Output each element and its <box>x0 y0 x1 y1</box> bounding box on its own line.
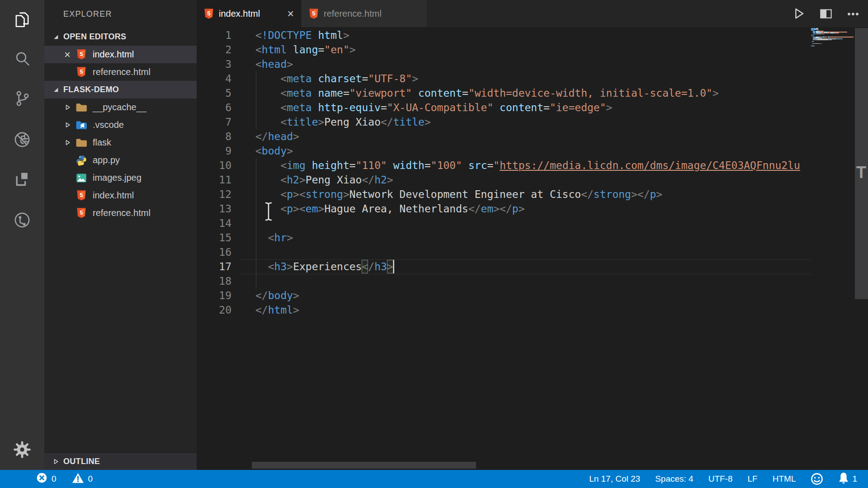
chevron-right-icon[interactable] <box>62 104 72 111</box>
status-language-mode[interactable]: HTML <box>773 474 796 484</box>
code-line-17: <h3>Experiences</h3> <box>255 259 393 274</box>
section-label: OPEN EDITORS <box>63 32 126 42</box>
line-number: 12 <box>197 187 231 202</box>
item-label: flask <box>93 137 111 148</box>
line-number: 7 <box>197 115 231 129</box>
svg-text:5: 5 <box>80 51 83 57</box>
overview-ruler-mark: T <box>856 164 866 181</box>
source-control-icon <box>13 89 32 110</box>
html-file-icon: 5 <box>204 8 214 19</box>
status-indentation[interactable]: Spaces: 4 <box>655 474 693 484</box>
close-icon[interactable]: × <box>62 50 72 59</box>
line-number: 3 <box>197 57 231 71</box>
error-count: 0 <box>52 474 57 484</box>
image-file-icon <box>75 173 88 183</box>
line-number: 5 <box>197 86 231 100</box>
notification-count: 1 <box>852 474 857 484</box>
code-line-15: <hr> <box>255 230 293 245</box>
line-number: 4 <box>197 71 231 86</box>
activity-bar-item-settings[interactable] <box>0 431 44 470</box>
open-editors-section-header[interactable]: OPEN EDITORS <box>44 28 197 46</box>
minimap[interactable] <box>811 28 855 47</box>
status-eol[interactable]: LF <box>748 474 758 484</box>
folder-section-header[interactable]: FLASK-DEMO <box>44 81 197 99</box>
line-number: 19 <box>197 288 231 303</box>
line-number: 20 <box>197 303 231 317</box>
code-line-10: <img height="110" width="100" src="https… <box>255 158 800 173</box>
tree-item-images.jpeg[interactable]: images.jpeg <box>44 169 197 187</box>
editor-group: 5index.html×5reference.html 1<!DOCTYPE h… <box>197 0 868 470</box>
chevron-right-icon[interactable] <box>62 139 72 146</box>
more-actions-icon[interactable] <box>845 6 861 21</box>
line-number: 14 <box>197 216 231 230</box>
activity-bar-item-explorer[interactable] <box>0 0 44 40</box>
split-editor-icon[interactable] <box>818 6 834 21</box>
tree-item-__pycache__[interactable]: __pycache__ <box>44 99 197 116</box>
svg-text:5: 5 <box>80 192 83 198</box>
tab-bar: 5index.html×5reference.html <box>197 0 868 27</box>
status-encoding[interactable]: UTF-8 <box>708 474 733 484</box>
bracket-match-highlight <box>387 260 393 273</box>
line-number: 16 <box>197 245 231 259</box>
item-label: index.html <box>93 190 134 201</box>
code-line-4: <meta charset="UTF-8"> <box>255 71 418 86</box>
item-label: images.jpeg <box>93 173 142 183</box>
svg-text:5: 5 <box>207 10 210 17</box>
line-number: 17 <box>197 259 231 274</box>
activity-bar-item-extensions[interactable] <box>0 160 44 200</box>
section-label: FLASK-DEMO <box>63 85 119 94</box>
editor-tab-index.html[interactable]: 5index.html× <box>197 0 302 27</box>
code-line-6: <meta http-equiv="X-UA-Compatible" conte… <box>255 100 612 115</box>
chevron-right-icon[interactable] <box>62 122 72 128</box>
notifications-bell[interactable]: 1 <box>838 472 857 486</box>
code-line-19: </body> <box>255 288 299 303</box>
html-file-icon: 5 <box>309 8 319 19</box>
run-icon[interactable] <box>790 5 807 22</box>
feedback-smiley-icon[interactable] <box>811 473 823 485</box>
activity-bar-item-search[interactable] <box>0 40 44 80</box>
status-line-col[interactable]: Ln 17, Col 23 <box>589 474 640 484</box>
tree-item-reference.html[interactable]: 5reference.html <box>44 204 197 222</box>
svg-text:5: 5 <box>80 68 83 75</box>
minimap-line <box>811 46 855 47</box>
open-editor-item-reference.html[interactable]: 5reference.html <box>44 63 197 81</box>
activity-bar-item-git-history[interactable] <box>0 201 44 241</box>
activity-bar-item-source-control[interactable] <box>0 80 44 119</box>
vertical-scrollbar[interactable]: T <box>855 27 868 470</box>
mouse-cursor-ibeam <box>264 202 273 221</box>
close-icon[interactable]: × <box>281 9 294 19</box>
line-number: 9 <box>197 144 231 158</box>
tree-item-flask[interactable]: flask <box>44 134 197 151</box>
chevron-expanded-icon <box>52 86 61 93</box>
debug-icon <box>13 130 32 151</box>
tree-item-.vscode[interactable]: .vscode <box>44 116 197 134</box>
editor-actions <box>790 0 861 27</box>
warning-icon <box>72 473 84 486</box>
line-number: 10 <box>197 158 231 173</box>
open-editor-item-index.html[interactable]: ×5index.html <box>44 46 197 63</box>
code-line-9: <body> <box>255 144 293 158</box>
git-history-icon <box>13 211 32 231</box>
line-number: 6 <box>197 100 231 115</box>
tree-item-app.py[interactable]: app.py <box>44 151 197 169</box>
folder-file-icon <box>75 103 88 113</box>
text-caret <box>393 260 395 273</box>
extensions-icon <box>13 170 32 191</box>
editor[interactable]: 1<!DOCTYPE html>2<html lang="en">3<head>… <box>197 27 811 470</box>
code-line-2: <html lang="en"> <box>255 42 356 57</box>
editor-tab-reference.html[interactable]: 5reference.html <box>302 0 427 27</box>
html-file-icon: 5 <box>75 190 88 201</box>
svg-text:5: 5 <box>312 10 315 17</box>
outline-section-header[interactable]: OUTLINE <box>44 452 197 470</box>
problems-status[interactable]: 0 0 <box>0 472 93 486</box>
sidebar: EXPLORER OPEN EDITORS×5index.html5refere… <box>44 0 197 470</box>
activity-bar-item-debug[interactable] <box>0 121 44 160</box>
tab-label: index.html <box>219 9 260 19</box>
horizontal-scrollbar-slider[interactable] <box>252 462 476 469</box>
code-line-12: <p><strong>Network Development Engineer … <box>255 187 662 202</box>
html-file-icon: 5 <box>75 207 88 219</box>
line-number: 8 <box>197 129 231 144</box>
chevron-expanded-icon <box>52 33 61 40</box>
tree-item-index.html[interactable]: 5index.html <box>44 187 197 204</box>
code-line-11: <h2>Peng Xiao</h2> <box>255 173 393 187</box>
